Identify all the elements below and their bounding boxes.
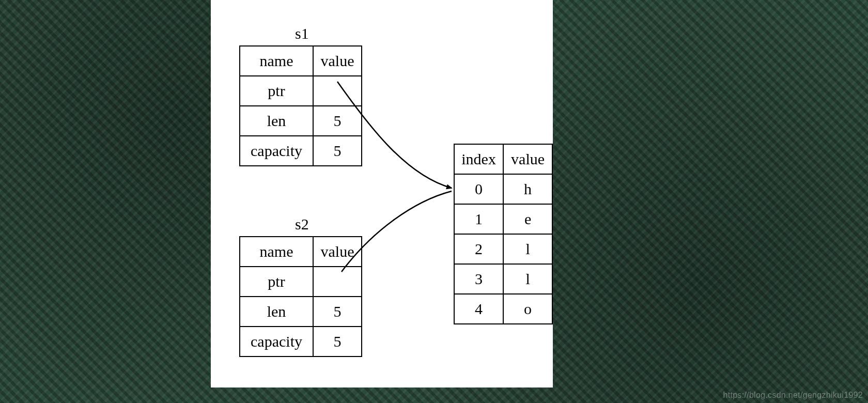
s2-row-value [313, 267, 362, 297]
table-row: 0 h [454, 174, 552, 204]
s2-row-name: capacity [240, 327, 313, 357]
table-row: ptr [240, 267, 362, 297]
diagram-canvas: s1 name value ptr len 5 capacity 5 s2 na… [211, 0, 553, 388]
table-row: name value [240, 237, 362, 267]
s1-row-name: capacity [240, 136, 313, 166]
s2-row-name: len [240, 297, 313, 327]
heap-row-index: 1 [454, 204, 503, 234]
heap-row-value: o [503, 294, 552, 324]
s1-table: name value ptr len 5 capacity 5 [239, 45, 362, 166]
table-row: 3 l [454, 264, 552, 294]
table-row: len 5 [240, 106, 362, 136]
table-row: ptr [240, 76, 362, 106]
table-row: 2 l [454, 234, 552, 264]
heap-table: index value 0 h 1 e 2 l 3 l 4 o [454, 144, 553, 324]
s2-row-value: 5 [313, 297, 362, 327]
s2-table: name value ptr len 5 capacity 5 [239, 236, 362, 357]
table-row: 4 o [454, 294, 552, 324]
s1-row-name: ptr [240, 76, 313, 106]
table-row: len 5 [240, 297, 362, 327]
s1-title: s1 [295, 25, 309, 42]
table-row: index value [454, 144, 552, 174]
heap-header-index: index [454, 144, 503, 174]
s1-row-name: len [240, 106, 313, 136]
s2-header-value: value [313, 237, 362, 267]
s1-row-value [313, 76, 362, 106]
heap-row-value: l [503, 234, 552, 264]
heap-row-value: h [503, 174, 552, 204]
heap-row-value: l [503, 264, 552, 294]
s2-row-name: ptr [240, 267, 313, 297]
table-row: capacity 5 [240, 136, 362, 166]
table-row: capacity 5 [240, 327, 362, 357]
heap-row-value: e [503, 204, 552, 234]
heap-header-value: value [503, 144, 552, 174]
s1-row-value: 5 [313, 136, 362, 166]
s2-title: s2 [295, 215, 309, 233]
heap-row-index: 4 [454, 294, 503, 324]
s2-header-name: name [240, 237, 313, 267]
heap-row-index: 2 [454, 234, 503, 264]
s2-row-value: 5 [313, 327, 362, 357]
table-row: 1 e [454, 204, 552, 234]
table-row: name value [240, 46, 362, 76]
watermark: https://blog.csdn.net/gengzhikui1992 [723, 391, 863, 400]
heap-row-index: 3 [454, 264, 503, 294]
s1-header-name: name [240, 46, 313, 76]
s1-header-value: value [313, 46, 362, 76]
s1-row-value: 5 [313, 106, 362, 136]
heap-row-index: 0 [454, 174, 503, 204]
